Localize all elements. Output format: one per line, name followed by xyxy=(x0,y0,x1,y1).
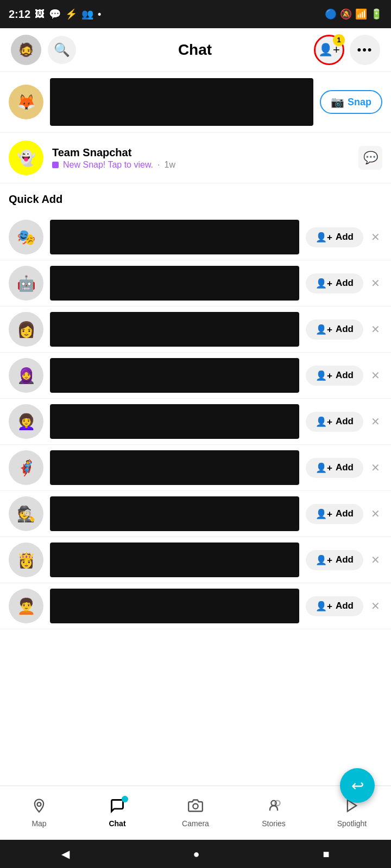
add-button-9[interactable]: 👤+ Add xyxy=(306,596,363,616)
add-label-3: Add xyxy=(336,324,354,335)
team-snapchat-sub: New Snap! Tap to view. · 1w xyxy=(52,160,350,170)
close-icon-6: ✕ xyxy=(371,462,380,474)
dismiss-button-5[interactable]: ✕ xyxy=(369,413,382,430)
dismiss-button-1[interactable]: ✕ xyxy=(369,228,382,246)
chat-nav-icon xyxy=(110,798,125,817)
snap-user-avatar: 🦊 xyxy=(9,85,43,119)
quick-add-item: 👸 👤+ Add ✕ xyxy=(0,537,391,583)
notification-badge: 1 xyxy=(333,34,345,46)
team-snapchat-info: Team Snapchat New Snap! Tap to view. · 1… xyxy=(52,146,350,170)
qa-content-blackout-3 xyxy=(50,312,299,347)
svg-point-0 xyxy=(37,802,41,806)
close-icon-5: ✕ xyxy=(371,416,380,427)
dismiss-button-9[interactable]: ✕ xyxy=(369,597,382,615)
nav-label-stories: Stories xyxy=(262,819,286,828)
add-button-8[interactable]: 👤+ Add xyxy=(306,550,363,570)
nav-item-stories[interactable]: Stories xyxy=(235,798,313,828)
quick-add-title: Quick Add xyxy=(9,193,382,206)
nav-item-camera[interactable]: Camera xyxy=(156,798,235,828)
add-label-7: Add xyxy=(336,508,354,519)
search-icon: 🔍 xyxy=(54,42,70,58)
dismiss-button-6[interactable]: ✕ xyxy=(369,459,382,476)
dismiss-button-4[interactable]: ✕ xyxy=(369,367,382,384)
add-label-5: Add xyxy=(336,416,354,427)
dismiss-button-8[interactable]: ✕ xyxy=(369,551,382,569)
quick-add-item: 👩‍🦱 👤+ Add ✕ xyxy=(0,399,391,445)
add-button-7[interactable]: 👤+ Add xyxy=(306,504,363,524)
teams-icon: 👥 xyxy=(81,8,93,20)
qa-content-blackout-2 xyxy=(50,266,299,301)
add-user-icon-9: 👤+ xyxy=(316,601,332,612)
search-button[interactable]: 🔍 xyxy=(48,36,76,64)
quick-add-item: 🧕 👤+ Add ✕ xyxy=(0,353,391,399)
qa-avatar-9: 🧑‍🦱 xyxy=(9,589,43,623)
snap-indicator-dot xyxy=(52,162,59,168)
snap-item[interactable]: 🦊 📷 Snap xyxy=(0,72,391,133)
add-user-icon-4: 👤+ xyxy=(316,370,332,381)
close-icon-2: ✕ xyxy=(371,277,380,289)
nav-item-spotlight[interactable]: Spotlight xyxy=(313,798,391,828)
dot-icon: • xyxy=(98,9,101,20)
qa-content-blackout-1 xyxy=(50,220,299,254)
back-button[interactable]: ◀ xyxy=(61,847,70,860)
new-snap-text: New Snap! Tap to view. xyxy=(63,160,153,170)
qa-content-blackout-9 xyxy=(50,589,299,623)
status-right: 🔵 🔕 📶 🔋 xyxy=(325,8,382,20)
nav-label-camera: Camera xyxy=(182,819,209,828)
add-friend-button[interactable]: 👤+ 1 xyxy=(314,35,344,65)
nav-label-map: Map xyxy=(31,819,46,828)
team-snapchat-item[interactable]: 👻 Team Snapchat New Snap! Tap to view. ·… xyxy=(0,133,391,183)
qa-actions-9: 👤+ Add ✕ xyxy=(306,596,382,616)
qa-actions-3: 👤+ Add ✕ xyxy=(306,320,382,340)
separator-dot: · xyxy=(157,160,160,170)
recents-button[interactable]: ■ xyxy=(323,848,329,860)
qa-actions-7: 👤+ Add ✕ xyxy=(306,504,382,524)
quick-add-item: 🕵️ 👤+ Add ✕ xyxy=(0,491,391,537)
status-left: 2:12 🖼 💬 ⚡ 👥 • xyxy=(9,8,101,21)
add-label-2: Add xyxy=(336,278,354,289)
dismiss-button-2[interactable]: ✕ xyxy=(369,275,382,292)
qa-content-blackout-6 xyxy=(50,450,299,485)
dismiss-button-3[interactable]: ✕ xyxy=(369,321,382,338)
add-user-icon-6: 👤+ xyxy=(316,462,332,474)
qa-avatar-8: 👸 xyxy=(9,542,43,577)
add-button-2[interactable]: 👤+ Add xyxy=(306,273,363,293)
home-button[interactable]: ● xyxy=(193,848,199,860)
add-button-6[interactable]: 👤+ Add xyxy=(306,458,363,478)
snap-camera-button[interactable]: 📷 Snap xyxy=(320,90,382,114)
quick-add-item: 🤖 👤+ Add ✕ xyxy=(0,260,391,307)
add-button-1[interactable]: 👤+ Add xyxy=(306,227,363,247)
add-button-4[interactable]: 👤+ Add xyxy=(306,366,363,386)
chat-icon-button[interactable]: 💬 xyxy=(358,146,382,170)
add-user-icon-7: 👤+ xyxy=(316,508,332,520)
nav-item-map[interactable]: Map xyxy=(0,798,78,828)
add-label-8: Add xyxy=(336,554,354,565)
add-label-4: Add xyxy=(336,370,354,381)
more-options-button[interactable]: ••• xyxy=(350,35,380,65)
team-snapchat-avatar: 👻 xyxy=(9,141,43,175)
compose-icon: ↩ xyxy=(351,777,364,795)
status-time: 2:12 xyxy=(9,8,30,21)
qa-content-blackout-4 xyxy=(50,358,299,393)
qa-avatar-4: 🧕 xyxy=(9,358,43,393)
photo-icon: 🖼 xyxy=(35,9,45,20)
qa-avatar-7: 🕵️ xyxy=(9,496,43,531)
fab-button[interactable]: ↩ xyxy=(340,768,375,803)
user-avatar[interactable]: 🧔 xyxy=(11,35,41,65)
close-icon-1: ✕ xyxy=(371,231,380,243)
android-nav-bar: ◀ ● ■ xyxy=(0,840,391,868)
add-label-1: Add xyxy=(336,232,354,242)
qa-actions-5: 👤+ Add ✕ xyxy=(306,412,382,432)
dismiss-button-7[interactable]: ✕ xyxy=(369,505,382,522)
quick-add-section: Quick Add xyxy=(0,183,391,214)
nav-item-chat[interactable]: Chat xyxy=(78,798,156,828)
qa-avatar-1: 🎭 xyxy=(9,220,43,254)
add-button-3[interactable]: 👤+ Add xyxy=(306,320,363,340)
qa-content-blackout-8 xyxy=(50,542,299,577)
signal-icon: 📶 xyxy=(355,8,367,20)
add-button-5[interactable]: 👤+ Add xyxy=(306,412,363,432)
add-label-6: Add xyxy=(336,462,354,473)
camera-nav-icon xyxy=(188,798,203,817)
bottom-nav: Map Chat Camera Stories xyxy=(0,786,391,840)
close-icon-4: ✕ xyxy=(371,369,380,381)
